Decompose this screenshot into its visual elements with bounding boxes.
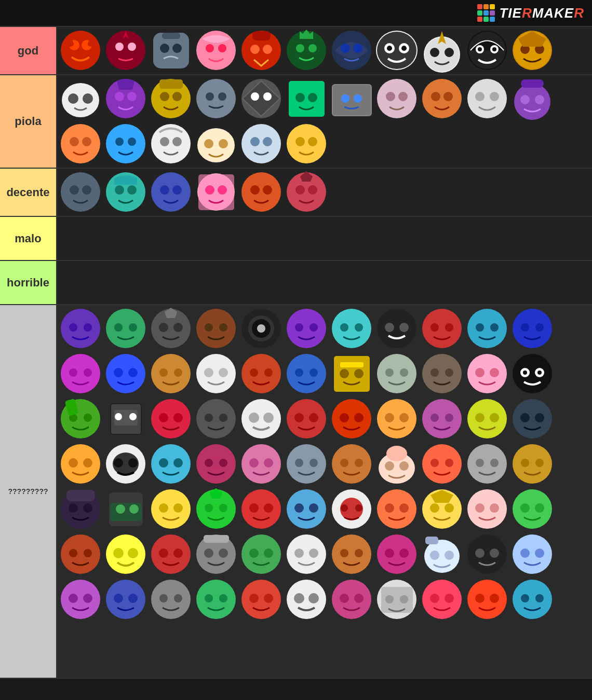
svg-point-156: [106, 354, 145, 393]
svg-point-259: [535, 459, 544, 467]
svg-point-334: [69, 594, 78, 603]
list-item: [510, 578, 555, 622]
list-item: [330, 578, 374, 622]
svg-point-350: [308, 593, 319, 603]
list-item: [465, 77, 509, 121]
svg-point-105: [127, 185, 137, 195]
svg-point-208: [294, 413, 304, 422]
list-item: [149, 352, 193, 396]
list-item: [420, 532, 464, 577]
list-item: [420, 397, 464, 441]
list-item: [375, 532, 419, 577]
svg-point-142: [385, 323, 394, 332]
svg-point-50: [115, 92, 124, 101]
svg-point-63: [295, 93, 305, 102]
tier-content-unknown: [57, 305, 592, 678]
svg-point-201: [196, 399, 236, 438]
svg-point-139: [340, 323, 348, 332]
svg-point-205: [249, 413, 259, 423]
svg-point-279: [294, 503, 304, 513]
list-item: [420, 442, 464, 486]
svg-point-67: [341, 94, 349, 103]
list-item: [104, 352, 148, 396]
svg-point-269: [159, 503, 168, 513]
list-item: [330, 307, 374, 351]
svg-point-232: [151, 444, 191, 484]
svg-point-211: [340, 413, 349, 422]
list-item: [375, 29, 419, 73]
svg-point-270: [173, 503, 183, 513]
svg-point-170: [310, 368, 318, 377]
svg-point-289: [430, 503, 439, 513]
svg-rect-18: [252, 31, 271, 40]
svg-point-268: [151, 489, 191, 529]
svg-point-286: [385, 503, 394, 513]
svg-point-346: [249, 594, 259, 603]
svg-point-182: [475, 368, 485, 377]
tier-content-god: [57, 27, 592, 74]
svg-point-258: [521, 459, 529, 467]
svg-point-220: [475, 413, 485, 422]
list-item: [59, 532, 103, 577]
logo-cell: [477, 17, 482, 22]
list-item: [465, 487, 509, 531]
svg-point-366: [535, 594, 544, 602]
svg-point-335: [83, 594, 92, 603]
svg-point-149: [490, 323, 499, 332]
svg-point-245: [340, 459, 348, 467]
svg-point-147: [467, 309, 507, 348]
list-item: [104, 170, 148, 214]
svg-point-9: [160, 44, 169, 53]
list-item: [465, 578, 509, 622]
list-item: [510, 442, 555, 486]
svg-point-256: [490, 459, 499, 467]
svg-point-197: [129, 413, 137, 420]
list-item: [510, 77, 555, 121]
svg-point-104: [115, 185, 124, 195]
list-item: [285, 170, 329, 214]
list-item: [59, 578, 103, 622]
svg-rect-326: [425, 537, 438, 544]
svg-point-339: [151, 580, 191, 619]
svg-point-53: [160, 92, 169, 101]
svg-point-351: [332, 580, 371, 619]
svg-point-183: [490, 368, 499, 377]
list-item: [285, 77, 329, 121]
list-item: [285, 122, 329, 166]
svg-point-107: [160, 185, 169, 195]
svg-rect-110: [198, 174, 234, 210]
list-item: [104, 397, 148, 441]
svg-point-10: [172, 44, 182, 53]
tier-content-decente: [57, 169, 592, 216]
list-item: [194, 307, 238, 351]
logo-cell: [490, 17, 495, 22]
list-item: [285, 397, 329, 441]
svg-point-48: [83, 93, 93, 104]
list-item: [194, 29, 238, 73]
list-item: [239, 352, 284, 396]
svg-point-315: [294, 548, 304, 558]
svg-point-164: [219, 368, 228, 377]
svg-point-106: [151, 172, 191, 212]
tier-row-malo: malo: [0, 217, 592, 261]
svg-point-69: [377, 79, 416, 118]
svg-point-89: [160, 137, 169, 146]
list-item: [420, 578, 464, 622]
svg-point-320: [377, 534, 416, 574]
list-item: [285, 487, 329, 531]
svg-point-349: [294, 593, 304, 603]
svg-point-324: [430, 551, 439, 560]
svg-point-58: [218, 92, 226, 101]
list-item: [330, 442, 374, 486]
svg-point-71: [398, 92, 408, 101]
svg-point-227: [83, 458, 92, 468]
svg-point-114: [250, 185, 260, 195]
svg-point-157: [114, 368, 123, 377]
svg-point-97: [287, 124, 326, 163]
header: TieRMakeR: [0, 0, 592, 27]
svg-point-140: [355, 323, 363, 332]
svg-point-300: [84, 549, 92, 557]
svg-point-168: [287, 354, 326, 393]
svg-point-253: [445, 459, 453, 467]
svg-point-276: [249, 503, 259, 513]
